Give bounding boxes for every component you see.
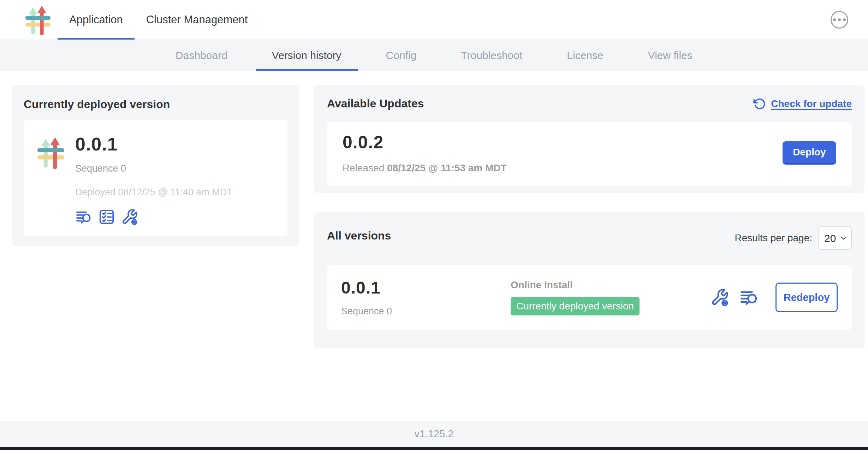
header-tab-label: Cluster Management [146,13,248,26]
subnav-tab-label: License [567,49,603,61]
currently-deployed-version-panel: 0.0.1 Sequence 0 Deployed 08/12/25 @ 11:… [24,120,287,236]
header-tabs: Application Cluster Management [58,0,259,40]
available-update-row: 0.0.2 Released 08/12/25 @ 11:53 am MDT D… [327,122,852,186]
check-for-update-link[interactable]: Check for update [753,97,852,110]
subnav-tab-dashboard[interactable]: Dashboard [165,40,238,71]
version-row-version: 0.0.1 Sequence 0 [341,278,511,317]
app-logo-arrows-icon [21,4,55,35]
row-version-number: 0.0.1 [341,278,511,297]
header-tab-application[interactable]: Application [58,0,135,40]
results-per-page-label: Results per page: [735,232,812,244]
preflight-checks-icon[interactable] [99,209,115,225]
version-row: 0.0.1 Sequence 0 Online Install Currentl… [327,265,852,330]
release-notes-icon[interactable] [739,288,759,307]
console-version: v1.125.2 [414,428,453,440]
row-sequence: Sequence 0 [341,306,511,317]
dot [843,18,846,21]
update-version-number: 0.0.2 [343,132,507,153]
deploy-button[interactable]: Deploy [783,141,836,165]
release-notes-icon[interactable] [75,209,92,225]
subnav-tab-config[interactable]: Config [375,40,427,71]
all-versions-card: All versions Results per page: 20 0. [314,212,864,348]
subnav-tab-version-history[interactable]: Version history [261,40,352,71]
subnav-tab-license[interactable]: License [556,40,614,71]
config-icon[interactable] [121,208,138,225]
released-label: Released [343,162,384,173]
refresh-icon [753,97,766,110]
currently-deployed-card: Currently deployed version 0.0.1 Sequenc… [12,85,299,246]
deployed-actions [75,208,233,225]
version-row-actions: Redeploy [711,283,838,312]
deployed-version-number: 0.0.1 [75,134,233,155]
version-row-status: Online Install Currently deployed versio… [511,279,711,315]
dot [833,18,836,21]
available-updates-card: Available Updates Check for update 0.0.2… [314,85,864,193]
header-tab-label: Application [69,13,123,26]
subnav-tab-troubleshoot[interactable]: Troubleshoot [450,40,533,71]
deployed-timestamp: Deployed 08/12/25 @ 11:40 am MDT [75,187,233,198]
results-per-page: Results per page: 20 [735,226,852,250]
deployed-label: Deployed [75,187,115,197]
subnav-tab-label: Dashboard [176,49,227,61]
released-time: 08/12/25 @ 11:53 am MDT [387,162,507,173]
main-content: Currently deployed version 0.0.1 Sequenc… [0,71,868,421]
redeploy-button[interactable]: Redeploy [775,283,838,312]
released-timestamp: Released 08/12/25 @ 11:53 am MDT [343,162,507,174]
all-versions-title: All versions [327,229,391,242]
dot [838,18,841,21]
footer: v1.125.2 [0,421,868,447]
right-column: Available Updates Check for update 0.0.2… [314,85,864,421]
subnav-tab-label: Config [386,49,417,61]
check-for-update-label: Check for update [771,98,852,109]
currently-deployed-badge: Currently deployed version [511,297,640,315]
app-subnav: Dashboard Version history Config Trouble… [0,40,868,71]
deployed-sequence: Sequence 0 [75,163,233,174]
deployed-time: 08/12/25 @ 11:40 am MDT [118,187,233,197]
top-header: Application Cluster Management [0,0,868,40]
subnav-tab-view-files[interactable]: View files [637,40,703,71]
subnav-tab-label: Version history [272,49,341,61]
subnav-tab-label: View files [648,49,692,61]
app-logo-arrows-icon [34,136,67,169]
update-details: 0.0.2 Released 08/12/25 @ 11:53 am MDT [343,132,507,174]
subnav-tab-label: Troubleshoot [461,49,522,61]
available-updates-title: Available Updates [327,97,424,110]
currently-deployed-title: Currently deployed version [24,98,287,111]
header-tab-cluster-management[interactable]: Cluster Management [135,0,260,40]
bottom-window-edge [0,447,868,450]
results-per-page-select[interactable]: 20 [818,226,852,250]
install-type-label: Online Install [511,279,711,291]
deployed-version-details: 0.0.1 Sequence 0 Deployed 08/12/25 @ 11:… [75,129,233,225]
config-icon[interactable] [711,288,729,307]
ellipsis-circle-icon[interactable] [831,11,848,29]
